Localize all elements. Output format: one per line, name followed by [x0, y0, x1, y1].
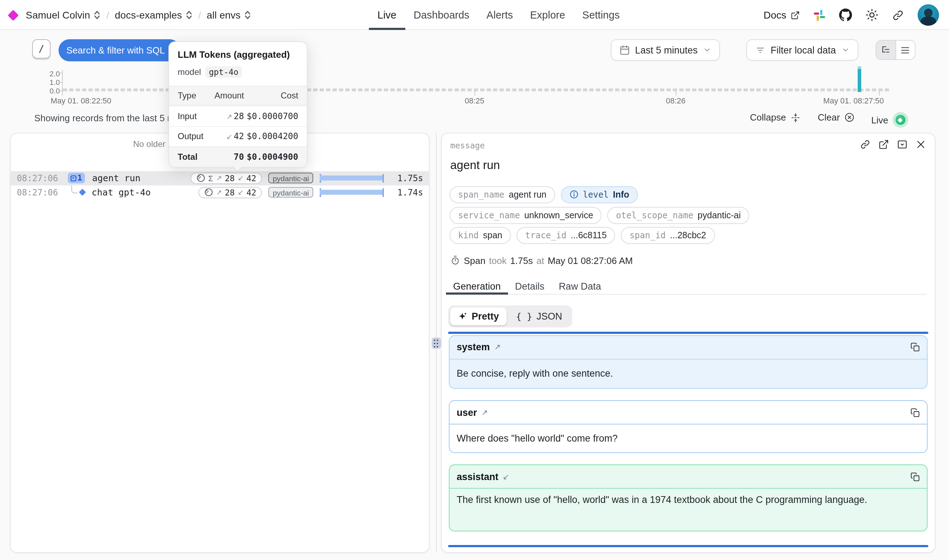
trace-row-chat-gpt-4o[interactable]: 08:27:06 chat gpt-4o ↗28 ↙42 pydantic-ai… — [10, 185, 429, 199]
github-icon[interactable] — [839, 9, 852, 22]
message-role: system — [457, 342, 490, 352]
tab-details[interactable]: Details — [508, 278, 552, 294]
org-selector[interactable]: Samuel Colvin — [26, 9, 101, 21]
collapse-children-badge[interactable]: 1 — [68, 172, 85, 183]
main-nav: Live Dashboards Alerts Explore Settings — [369, 0, 628, 30]
search-filter-sql-button[interactable]: Search & filter with SQL — [58, 39, 180, 62]
duration-bar — [320, 188, 384, 197]
message-content: Be concise, reply with one sentence. — [449, 359, 927, 380]
docs-link[interactable]: Docs — [763, 9, 800, 21]
attr-span-id[interactable]: span_id ...28cbc2 — [621, 227, 715, 244]
share-link-icon[interactable] — [892, 9, 904, 21]
histogram-bar[interactable] — [858, 68, 861, 92]
row-type: Output — [178, 132, 208, 142]
attr-level-badge[interactable]: level Info — [561, 186, 638, 203]
x-tick-mark — [879, 91, 880, 95]
attr-value: unknown_service — [524, 210, 593, 220]
trace-row-metrics: Σ ↗28 ↙42 pydantic-ai 1.75s — [191, 172, 423, 184]
filter-local-data-dropdown[interactable]: Filter local data — [746, 39, 858, 61]
span-timing: Span took 1.75s at May 01 08:27:06 AM — [450, 255, 633, 266]
clear-button[interactable]: Clear — [818, 112, 855, 123]
scope-tag[interactable]: pydantic-ai — [268, 172, 313, 183]
copy-icon[interactable] — [911, 342, 920, 352]
copy-icon[interactable] — [911, 408, 920, 417]
attr-value: pydantic-ai — [697, 210, 741, 220]
attr-otel-scope-name[interactable]: otel_scope_name pydantic-ai — [608, 206, 749, 224]
json-toggle-button[interactable]: { } JSON — [508, 307, 570, 325]
shortcut-glyph: / — [38, 43, 44, 54]
tab-generation[interactable]: Generation — [446, 278, 508, 294]
nav-tab-alerts[interactable]: Alerts — [478, 0, 521, 30]
col-cost: Cost — [244, 91, 298, 101]
attr-span-name[interactable]: span_name agent run — [449, 186, 555, 203]
row-cost: $0.0004900 — [244, 152, 298, 162]
col-type: Type — [178, 91, 208, 101]
nav-label: Alerts — [487, 9, 513, 21]
search-shortcut-key[interactable]: / — [32, 39, 51, 58]
attr-kind[interactable]: kind span — [449, 227, 511, 244]
open-external-icon[interactable] — [878, 139, 889, 149]
user-avatar[interactable] — [918, 4, 939, 26]
theme-sun-icon[interactable] — [866, 9, 878, 22]
span-diamond-icon — [78, 189, 86, 196]
detail-tabs: Generation Details Raw Data — [446, 278, 926, 294]
attr-key: trace_id — [525, 231, 566, 240]
format-toggle: Pretty { } JSON — [448, 305, 572, 327]
pretty-toggle-button[interactable]: Pretty — [450, 307, 507, 325]
close-icon[interactable] — [915, 139, 926, 149]
attr-key: otel_scope_name — [616, 210, 694, 220]
list-view-button[interactable] — [895, 41, 915, 59]
collapse-button[interactable]: Collapse — [750, 112, 800, 123]
token-usage-pill[interactable]: ↗28 ↙42 — [198, 186, 262, 198]
output-arrow-icon: ↙ — [238, 188, 244, 196]
slack-icon[interactable] — [814, 9, 826, 21]
x-axis-end-label: May 01. 08:27:50 — [823, 96, 884, 105]
input-arrow-icon: ↗ — [226, 113, 232, 120]
trace-list-panel: No older records 08:27:06 1 agent run Σ … — [10, 132, 429, 552]
tab-label: Generation — [453, 281, 501, 291]
y-axis-tick: 1.0 — [29, 78, 60, 86]
dock-bottom-icon[interactable] — [897, 139, 907, 149]
nav-tab-dashboards[interactable]: Dashboards — [405, 0, 478, 30]
tab-label: Raw Data — [559, 281, 601, 291]
copy-link-icon[interactable] — [860, 139, 871, 149]
x-tick-mark — [676, 91, 677, 95]
collapse-label: Collapse — [750, 112, 786, 123]
time-range-dropdown[interactable]: Last 5 minutes — [611, 39, 720, 61]
nav-tab-settings[interactable]: Settings — [574, 0, 628, 30]
project-selector[interactable]: docs-examples — [115, 9, 193, 21]
logfire-logo-icon[interactable] — [8, 9, 18, 20]
message-role: user — [457, 407, 477, 418]
time-range-label: Last 5 minutes — [635, 45, 698, 55]
nav-tab-live[interactable]: Live — [369, 0, 405, 30]
nav-tab-explore[interactable]: Explore — [521, 0, 574, 30]
collapse-box-icon — [70, 175, 76, 181]
children-count: 1 — [77, 173, 82, 183]
docs-label: Docs — [763, 9, 786, 21]
panel-resize-handle[interactable] — [431, 337, 441, 349]
copy-icon[interactable] — [911, 472, 920, 481]
clear-label: Clear — [818, 112, 840, 123]
tree-view-button[interactable] — [876, 41, 895, 59]
token-coin-icon — [204, 188, 213, 197]
input-arrow-icon: ↗ — [216, 174, 222, 182]
trace-row-agent-run[interactable]: 08:27:06 1 agent run Σ ↗28 ↙42 pydantic-… — [10, 171, 429, 185]
input-tokens: 28 — [225, 173, 235, 183]
environment-name: all envs — [206, 9, 240, 21]
attr-service-name[interactable]: service_name unknown_service — [449, 206, 602, 224]
x-axis-start-label: May 01. 08:22:50 — [51, 96, 111, 105]
live-label: Live — [871, 114, 888, 125]
attr-trace-id[interactable]: trace_id ...6c8115 — [517, 227, 615, 244]
message-card-assistant: assistant ↙ The first known use of "hell… — [449, 465, 927, 531]
tab-raw-data[interactable]: Raw Data — [552, 278, 608, 294]
token-usage-pill[interactable]: Σ ↗28 ↙42 — [191, 172, 262, 184]
tab-label: Details — [515, 281, 545, 291]
attr-value: agent run — [509, 189, 546, 199]
model-key: model — [178, 67, 201, 77]
output-tokens: 42 — [246, 187, 257, 197]
attribute-row: service_name unknown_service otel_scope_… — [449, 206, 749, 224]
scope-tag[interactable]: pydantic-ai — [268, 187, 313, 198]
live-toggle[interactable]: Live — [871, 112, 908, 128]
environment-selector[interactable]: all envs — [206, 9, 251, 21]
span-name: chat gpt-4o — [92, 187, 151, 198]
